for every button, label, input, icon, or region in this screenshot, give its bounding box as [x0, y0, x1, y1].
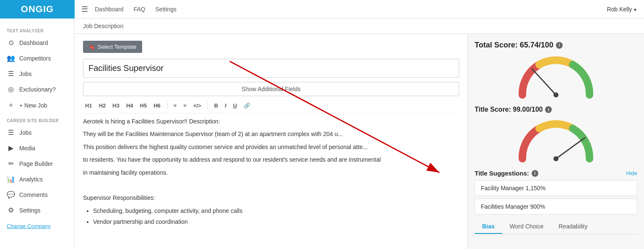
sidebar-label-new-job: + New Job	[19, 102, 47, 109]
title-score-label: Title Score: 99.00/100	[475, 106, 543, 113]
suggestion-item-2[interactable]: Facilities Manager 900%	[475, 199, 637, 215]
nav-settings[interactable]: Settings	[156, 6, 177, 13]
breadcrumb: Job Description	[75, 18, 644, 34]
bold-button[interactable]: B	[212, 102, 220, 110]
suggestions-header: Title Suggestions: i Hide	[475, 170, 637, 177]
sidebar-label-analytics: Analytics	[19, 176, 43, 183]
bottom-tabs: Bias Word Choice Readability	[475, 220, 637, 234]
suggestions-label: Title Suggestions:	[475, 170, 529, 177]
h3-button[interactable]: H3	[110, 102, 122, 110]
nav-faq[interactable]: FAQ	[134, 6, 145, 13]
tab-readability[interactable]: Readability	[551, 220, 595, 234]
nav-dashboard[interactable]: Dashboard	[95, 6, 124, 13]
editor-content[interactable]: Aerotek is hiring a Facilities Superviso…	[83, 117, 459, 227]
comments-icon: 💬	[7, 191, 15, 199]
toolbar-divider-2	[208, 101, 208, 110]
sidebar-item-media[interactable]: ▶ Media	[0, 140, 74, 156]
dashboard-icon: ⊙	[7, 39, 15, 47]
content-bullet-2: Vendor partnership and coordination	[93, 217, 459, 226]
change-company-link[interactable]: Change Company	[7, 223, 51, 229]
sidebar-item-new-job[interactable]: ＋ + New Job	[0, 97, 74, 113]
italic-button[interactable]: I	[223, 102, 229, 110]
ordered-list-button[interactable]: ≡	[181, 102, 189, 110]
svg-line-4	[556, 138, 585, 159]
select-template-button[interactable]: 🔖 Select Template	[83, 41, 142, 53]
sidebar-label-page-builder: Page Builder	[19, 160, 53, 167]
media-icon: ▶	[7, 144, 15, 152]
settings-icon: ⚙	[7, 206, 15, 214]
right-panel: Total Score: 65.74/100 i	[468, 34, 644, 249]
sidebar-item-analytics[interactable]: 📊 Analytics	[0, 171, 74, 187]
sidebar-label-competitors: Competitors	[19, 55, 51, 62]
h1-button[interactable]: H1	[83, 102, 94, 110]
content-para4: to residents. You have the opportunity t…	[83, 155, 459, 164]
sidebar-section-career-builder: CAREER SITE BUILDER	[0, 113, 74, 125]
sidebar-label-dashboard: Dashboard	[19, 39, 48, 46]
show-additional-fields-button[interactable]: Show Additional Fields	[83, 82, 459, 96]
content-para5: in maintaining facility operations.	[83, 168, 459, 177]
sidebar-item-jobs-csb[interactable]: ☰ Jobs	[0, 125, 74, 140]
job-title-input[interactable]	[83, 59, 459, 78]
title-score-section: Title Score: 99.00/100 i	[475, 106, 637, 163]
sidebar-label-comments: Comments	[19, 191, 48, 198]
svg-point-5	[553, 156, 558, 161]
underline-button[interactable]: U	[231, 102, 239, 110]
content-bullet-1: Scheduling, budgeting, computer activity…	[93, 206, 459, 215]
sidebar-item-settings[interactable]: ⚙ Settings	[0, 202, 74, 218]
hamburger-icon[interactable]: ☰	[81, 5, 88, 14]
suggestion-item-1[interactable]: Facility Manager 1,150%	[475, 180, 637, 196]
toolbar-divider-1	[167, 101, 167, 110]
title-score-title: Title Score: 99.00/100 i	[475, 106, 637, 113]
content-para2: They will be the Facilities Maintenance …	[83, 129, 459, 139]
editor-wrapper: 🔖 Select Template Show Additional Fields…	[75, 34, 644, 249]
svg-line-2	[532, 69, 556, 95]
title-score-info-icon[interactable]: i	[545, 106, 552, 113]
total-score-gauge-container	[475, 53, 637, 99]
h6-button[interactable]: H6	[151, 102, 163, 110]
total-score-title: Total Score: 65.74/100 i	[475, 41, 637, 50]
sidebar-item-jobs-ta[interactable]: ☰ Jobs	[0, 66, 74, 81]
left-editor: 🔖 Select Template Show Additional Fields…	[75, 34, 468, 249]
logo: ONGIG	[21, 4, 54, 15]
h2-button[interactable]: H2	[97, 102, 108, 110]
user-menu[interactable]: Rob Kelly	[607, 6, 637, 13]
content-para1: Aerotek is hiring a Facilities Superviso…	[83, 117, 459, 126]
analytics-icon: 📊	[7, 175, 15, 183]
hide-suggestions-link[interactable]: Hide	[626, 170, 637, 176]
main-layout: TEXT ANALYZER ⊙ Dashboard 👥 Competitors …	[0, 18, 644, 249]
content-heading2: Supervisor Responsibilities:	[83, 193, 459, 202]
sidebar-item-comments[interactable]: 💬 Comments	[0, 187, 74, 202]
content-area: Job Description 🔖 Select Template Show A…	[75, 18, 644, 249]
sidebar-item-competitors[interactable]: 👥 Competitors	[0, 50, 74, 66]
sidebar-section-text-analyzer: TEXT ANALYZER	[0, 24, 74, 35]
suggestions-title: Title Suggestions: i	[475, 170, 538, 177]
total-score-gauge	[514, 53, 598, 99]
sidebar-item-dashboard[interactable]: ⊙ Dashboard	[0, 35, 74, 50]
competitors-icon: 👥	[7, 54, 15, 62]
suggestions-info-icon[interactable]: i	[532, 170, 538, 177]
logo-area: ONGIG	[0, 0, 75, 18]
jobs-ta-icon: ☰	[7, 70, 15, 78]
sidebar-item-exclusionary[interactable]: ◎ Exclusionary?	[0, 81, 74, 97]
bookmark-icon: 🔖	[89, 44, 95, 50]
nav-links: Dashboard FAQ Settings	[95, 6, 177, 13]
h4-button[interactable]: H4	[124, 102, 135, 110]
svg-point-3	[553, 92, 558, 97]
page-builder-icon: ✏	[7, 160, 15, 168]
sidebar: TEXT ANALYZER ⊙ Dashboard 👥 Competitors …	[0, 18, 75, 249]
sidebar-item-page-builder[interactable]: ✏ Page Builder	[0, 156, 74, 171]
new-job-icon: ＋	[7, 101, 15, 110]
unordered-list-button[interactable]: ≡	[171, 102, 179, 110]
total-score-info-icon[interactable]: i	[556, 42, 563, 49]
title-score-gauge-container	[475, 117, 637, 163]
h5-button[interactable]: H5	[138, 102, 149, 110]
show-fields-label: Show Additional Fields	[242, 86, 301, 92]
code-button[interactable]: </>	[191, 102, 203, 110]
title-score-gauge	[514, 117, 598, 163]
link-button[interactable]: 🔗	[242, 102, 252, 110]
sidebar-label-media: Media	[19, 145, 35, 152]
content-para3: This position delivers the highest quali…	[83, 142, 459, 152]
tab-word-choice[interactable]: Word Choice	[502, 220, 551, 234]
tab-bias[interactable]: Bias	[475, 220, 502, 234]
sidebar-label-jobs-ta: Jobs	[19, 71, 32, 77]
